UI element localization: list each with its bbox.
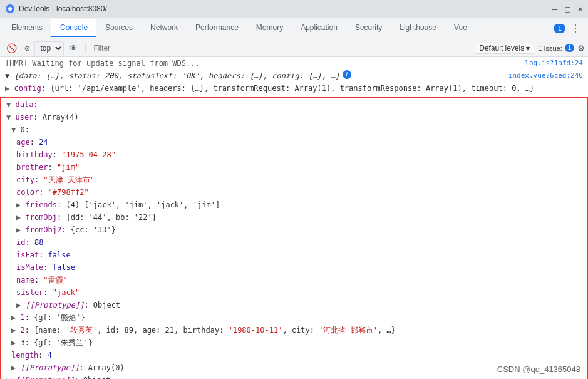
item2-birthday: '1980-10-11' <box>229 324 283 336</box>
proto-array-key: [[Prototype]] <box>16 362 79 373</box>
birthday-sep: : <box>53 149 61 160</box>
summary-line: ▼ {data: {…}, status: 200, statusText: '… <box>0 70 588 82</box>
data-expand-icon[interactable]: ▼ <box>6 99 11 110</box>
chrome-icon <box>5 4 15 14</box>
minimize-button[interactable]: — <box>552 4 557 14</box>
filter-input[interactable] <box>91 44 472 53</box>
config-expand-icon[interactable]: ▶ <box>5 83 9 94</box>
tab-vue[interactable]: Vue <box>445 19 476 37</box>
item1-expand-icon[interactable]: ▶ <box>11 312 16 323</box>
user-expand-icon[interactable]: ▼ <box>6 112 11 123</box>
tab-lighthouse[interactable]: Lighthouse <box>391 19 445 37</box>
notification-badge: 1 <box>554 24 565 33</box>
close-button[interactable]: × <box>578 4 583 14</box>
tab-network[interactable]: Network <box>142 19 187 37</box>
context-selector[interactable]: top <box>34 41 64 55</box>
item0-expand-icon[interactable]: ▼ <box>11 124 16 135</box>
item2-name-val: '段秀英' <box>66 324 97 336</box>
devtools-menu-icon[interactable]: ⋮ <box>570 23 580 34</box>
summary-text: ▼ {data: {…}, status: 200, statusText: '… <box>5 70 340 81</box>
length-line: length : 4 <box>1 349 587 361</box>
fromobj2-value: : {cc: '33'} <box>61 224 116 236</box>
friends-value: : (4) ['jack', 'jim', 'jack', 'jim'] <box>57 199 220 210</box>
tab-performance[interactable]: Performance <box>187 19 247 37</box>
config-key: config <box>9 83 41 94</box>
proto-array-value: : Array(0) <box>79 362 124 373</box>
file-link-2[interactable]: index.vue?6ced:240 <box>502 70 583 81</box>
tab-console[interactable]: Console <box>51 19 96 37</box>
tab-application[interactable]: Application <box>292 19 346 37</box>
color-line: color : "#798ff2" <box>1 186 587 199</box>
sister-line: sister : "jack" <box>1 286 587 299</box>
city-value: "天津 天津市" <box>43 174 95 185</box>
sister-value: "jack" <box>53 287 80 298</box>
data-root-line: ▼ data : <box>1 98 587 111</box>
brother-key: brother <box>16 162 48 173</box>
file-link-1[interactable]: log.js?1afd:24 <box>518 58 583 69</box>
brother-line: brother : "jim" <box>1 161 587 174</box>
fromobj2-expand-icon[interactable]: ▶ <box>16 224 21 236</box>
proto-obj-expand-icon[interactable]: ▶ <box>6 375 11 379</box>
default-levels-label: Default levels <box>479 44 524 53</box>
isfat-value: false <box>48 249 71 261</box>
name-sep: : <box>34 274 43 286</box>
proto0-expand-icon[interactable]: ▶ <box>16 299 21 311</box>
id-line: id : 88 <box>1 236 587 249</box>
brother-value: "jim" <box>57 162 80 173</box>
tab-memory[interactable]: Memory <box>247 19 292 37</box>
fromobj-key: fromObj <box>21 212 57 223</box>
proto-array-expand-icon[interactable]: ▶ <box>11 362 16 373</box>
fromobj-value: : {dd: '44', bb: '22'} <box>57 212 157 223</box>
item2-rest1: , id: 89, age: 21, birthday: <box>97 324 229 336</box>
clear-console-icon[interactable]: 🚫 <box>4 42 19 55</box>
item0-key: 0 <box>16 124 24 135</box>
user-key: user <box>11 112 33 123</box>
isfat-line: isFat : false <box>1 249 587 261</box>
proto-obj-key: [[Prototype]] <box>11 375 74 379</box>
friends-expand-icon[interactable]: ▶ <box>16 199 21 210</box>
tab-sources[interactable]: Sources <box>96 19 142 37</box>
item1-line: ▶ 1 : {gf: '熊焰'} <box>1 311 587 324</box>
brother-sep: : <box>48 162 57 173</box>
item0-colon: : <box>25 124 29 135</box>
svg-point-1 <box>8 7 12 11</box>
item2-expand-icon[interactable]: ▶ <box>11 324 16 336</box>
tab-elements[interactable]: Elements <box>3 19 51 37</box>
birthday-key: birthday <box>16 149 53 160</box>
settings-icon[interactable]: ⚙ <box>578 42 584 54</box>
title-bar: DevTools - localhost:8080/ — □ × <box>0 0 588 18</box>
window-controls[interactable]: — □ × <box>552 4 583 14</box>
maximize-button[interactable]: □ <box>565 4 570 14</box>
item2-rest2: , city: <box>282 324 319 336</box>
toolbar-right: Default levels ▾ 1 Issue: 1 ⚙ <box>475 42 584 54</box>
age-value: 24 <box>39 137 48 148</box>
name-line: name : "雷霞" <box>1 274 587 286</box>
proto0-line: ▶ [[Prototype]] : Object <box>1 299 587 311</box>
birthday-value: "1975-04-28" <box>61 149 116 160</box>
age-line: age : 24 <box>1 136 587 148</box>
item3-line: ▶ 3 : {gf: '朱秀兰'} <box>1 336 587 349</box>
fromobj-expand-icon[interactable]: ▶ <box>16 212 21 223</box>
tab-security[interactable]: Security <box>346 19 391 37</box>
proto-obj-value: : Object <box>74 375 110 379</box>
city-key: city <box>16 174 34 185</box>
item1-value: : {gf: '熊焰'} <box>25 312 85 323</box>
window-title: DevTools - localhost:8080/ <box>19 4 552 13</box>
age-key: age <box>16 137 30 148</box>
dropdown-arrow-icon: ▾ <box>526 44 530 53</box>
default-levels-button[interactable]: Default levels ▾ <box>475 43 534 54</box>
item3-value: : {gf: '朱秀兰'} <box>25 337 93 348</box>
sister-key: sister <box>16 287 43 298</box>
stop-icon[interactable]: ⊘ <box>22 42 32 55</box>
tab-bar: Elements Console Sources Network Perform… <box>0 18 588 39</box>
info-icon[interactable]: i <box>343 70 351 79</box>
watermark: CSDN @qq_41365048 <box>497 365 580 374</box>
item3-expand-icon[interactable]: ▶ <box>11 337 16 348</box>
length-sep: : <box>38 350 47 361</box>
eye-icon[interactable]: 👁 <box>66 42 80 55</box>
ismale-line: isMale : false <box>1 261 587 274</box>
item2-city: '河北省 邯郸市' <box>319 324 378 336</box>
data-key: data <box>11 99 33 110</box>
hmr-line: [HMR] Waiting for update signal from WDS… <box>0 57 588 70</box>
id-value: 88 <box>34 237 43 248</box>
